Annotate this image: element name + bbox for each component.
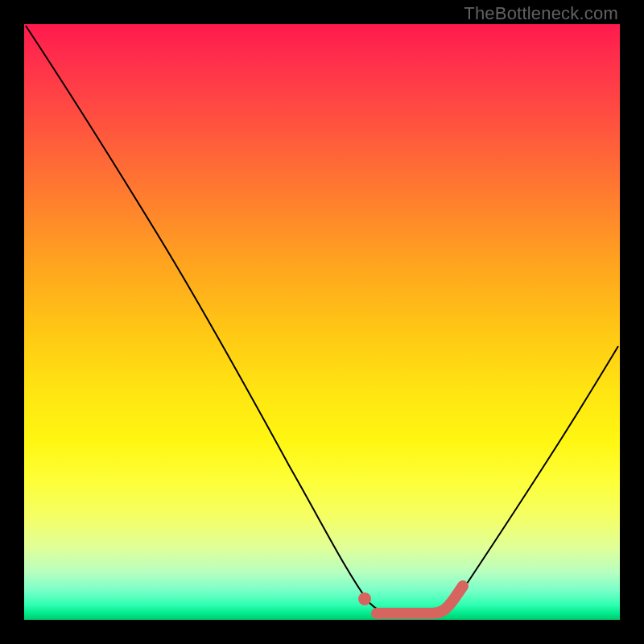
- curve-svg: [24, 24, 620, 620]
- plot-area: [24, 24, 620, 620]
- chart-frame: TheBottleneck.com: [0, 0, 644, 644]
- optimal-start-dot: [358, 592, 371, 605]
- watermark-text: TheBottleneck.com: [464, 3, 618, 24]
- bottleneck-curve: [26, 26, 618, 617]
- optimal-range-marker: [377, 586, 463, 613]
